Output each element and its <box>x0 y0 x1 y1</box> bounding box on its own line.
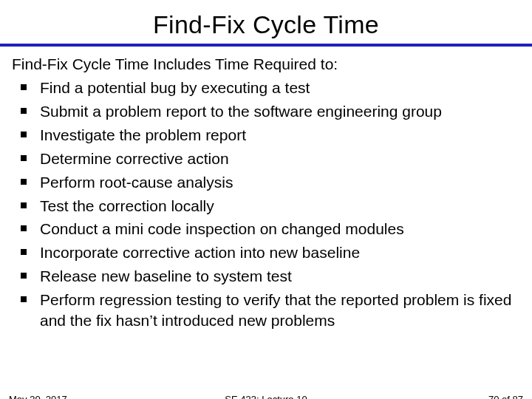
list-item: Incorporate corrective action into new b… <box>21 242 520 263</box>
square-bullet-icon <box>21 225 27 231</box>
slide: Find-Fix Cycle Time Find-Fix Cycle Time … <box>0 10 532 399</box>
square-bullet-icon <box>21 249 27 255</box>
title-rule <box>0 44 532 47</box>
list-item: Determine corrective action <box>21 149 520 169</box>
list-item-text: Conduct a mini code inspection on change… <box>40 220 404 237</box>
list-item: Perform regression testing to verify tha… <box>21 290 520 332</box>
list-item-text: Investigate the problem report <box>40 126 246 143</box>
list-item: Find a potential bug by executing a test <box>21 78 520 98</box>
slide-body: Find-Fix Cycle Time Includes Time Requir… <box>0 54 532 332</box>
list-item: Release new baseline to system test <box>21 266 520 287</box>
footer-course: SE 433: Lecture 10 <box>0 394 532 399</box>
list-item: Perform root-cause analysis <box>21 172 520 193</box>
square-bullet-icon <box>21 132 27 137</box>
intro-text: Find-Fix Cycle Time Includes Time Requir… <box>12 54 520 75</box>
list-item: Investigate the problem report <box>21 125 520 146</box>
list-item-text: Find a potential bug by executing a test <box>40 79 310 96</box>
bullet-list: Find a potential bug by executing a test… <box>12 78 520 331</box>
square-bullet-icon <box>21 202 27 208</box>
list-item: Submit a problem report to the software … <box>21 101 520 122</box>
page-of: of <box>499 394 512 399</box>
list-item-text: Perform root-cause analysis <box>40 174 233 191</box>
list-item-text: Release new baseline to system test <box>40 267 292 284</box>
square-bullet-icon <box>21 296 27 302</box>
page-total: 87 <box>513 394 523 399</box>
square-bullet-icon <box>21 179 27 185</box>
square-bullet-icon <box>21 273 27 279</box>
footer-page: 70 of 87 <box>488 394 523 399</box>
list-item-text: Perform regression testing to verify tha… <box>40 291 511 329</box>
list-item: Conduct a mini code inspection on change… <box>21 219 520 239</box>
square-bullet-icon <box>21 84 27 90</box>
slide-title: Find-Fix Cycle Time <box>0 10 532 39</box>
square-bullet-icon <box>21 108 27 114</box>
square-bullet-icon <box>21 155 27 161</box>
list-item-text: Determine corrective action <box>40 150 229 167</box>
page-current: 70 <box>488 394 499 399</box>
list-item-text: Submit a problem report to the software … <box>40 103 442 120</box>
list-item-text: Incorporate corrective action into new b… <box>40 244 360 261</box>
list-item-text: Test the correction locally <box>40 197 214 214</box>
list-item: Test the correction locally <box>21 196 520 216</box>
